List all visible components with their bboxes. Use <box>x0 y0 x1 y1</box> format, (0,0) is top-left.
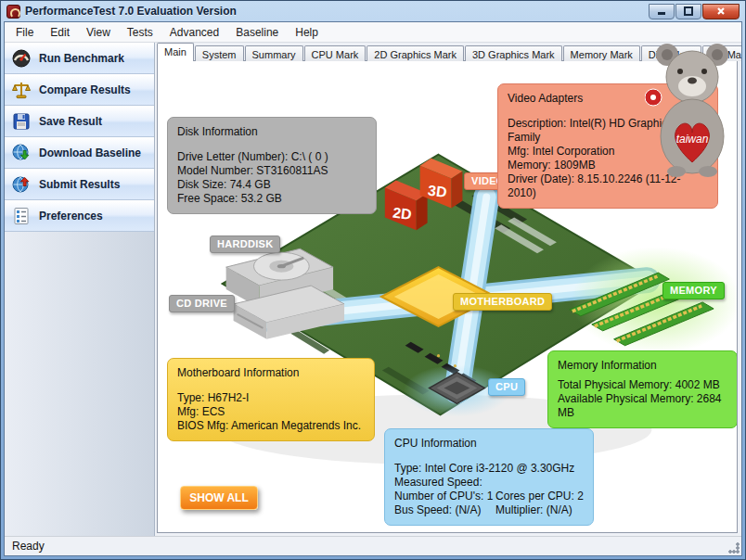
maximize-icon <box>684 6 693 16</box>
menu-file[interactable]: File <box>7 23 42 42</box>
menu-baseline[interactable]: Baseline <box>227 23 287 42</box>
close-button[interactable] <box>702 4 740 19</box>
sidebar-item-submit-results[interactable]: Submit Results <box>5 169 154 200</box>
tab-main[interactable]: Main <box>157 43 194 61</box>
scales-icon <box>11 80 32 100</box>
callout-title: Motherboard Information <box>177 366 365 380</box>
motherboard-info-callout: Motherboard Information Type: H67H2-I Mf… <box>167 358 375 441</box>
checklist-icon <box>11 206 32 226</box>
disk-info-callout: Disk Information Drive Letter (Number): … <box>167 117 377 214</box>
callout-line: Multiplier: (N/A) <box>495 503 584 517</box>
callout-line: Number of CPU's: 1 <box>394 490 495 503</box>
sidebar-label: Submit Results <box>39 178 120 191</box>
sidebar-item-download-baseline[interactable]: Download Baseline <box>5 137 154 169</box>
close-icon <box>716 6 726 16</box>
mascot-text: taiwan <box>676 133 709 146</box>
callout-line: Measured Speed: <box>394 476 584 490</box>
app-window: PerformanceTest 7.0 Evaluation Version F… <box>0 0 746 560</box>
menu-advanced[interactable]: Advanced <box>161 23 227 42</box>
callout-title: Memory Information <box>558 359 727 373</box>
show-all-button[interactable]: SHOW ALL <box>180 486 258 510</box>
globe-upload-icon <box>11 174 32 195</box>
menu-help[interactable]: Help <box>287 23 327 42</box>
sidebar-item-run-benchmark[interactable]: Run Benchmark <box>5 43 154 74</box>
cpu-info-callout: CPU Information Type: Intel Core i3-2120… <box>384 428 594 526</box>
minimize-icon <box>657 6 666 16</box>
callout-line: Disk Size: 74.4 GB <box>177 178 367 192</box>
cpu-label[interactable]: CPU <box>488 378 525 396</box>
callout-title: Disk Information <box>177 125 367 139</box>
menubar: File Edit View Tests Advanced Baseline H… <box>5 22 741 43</box>
menu-view[interactable]: View <box>78 23 119 42</box>
motherboard-label[interactable]: MOTHERBOARD <box>453 293 552 311</box>
menu-tests[interactable]: Tests <box>119 23 161 42</box>
harddisk-label[interactable]: HARDDISK <box>210 235 280 253</box>
svg-text:3D: 3D <box>427 183 447 200</box>
callout-line: Type: Intel Core i3-2120 @ 3.30GHz <box>394 462 584 476</box>
sidebar-item-preferences[interactable]: Preferences <box>5 200 154 232</box>
callout-line: BIOS Mfg: American Megatrends Inc. <box>177 419 365 433</box>
tab-cpu-mark[interactable]: CPU Mark <box>304 45 367 61</box>
tab-memory-mark[interactable]: Memory Mark <box>563 45 640 61</box>
window-title: PerformanceTest 7.0 Evaluation Version <box>25 5 644 18</box>
callout-line: Available Physical Memory: 2684 MB <box>558 392 727 420</box>
globe-download-icon <box>11 143 32 163</box>
callout-line: Total Physical Memory: 4002 MB <box>558 378 727 392</box>
sidebar-item-save-result[interactable]: Save Result <box>5 106 154 137</box>
floppy-save-icon <box>11 111 32 132</box>
sidebar-label: Run Benchmark <box>39 52 124 65</box>
status-text: Ready <box>12 540 45 553</box>
titlebar: PerformanceTest 7.0 Evaluation Version <box>4 1 742 21</box>
menu-edit[interactable]: Edit <box>42 23 78 42</box>
callout-line: Model Number: ST3160811AS <box>177 164 367 178</box>
sidebar-label: Save Result <box>39 115 102 128</box>
callout-line: Mfg: ECS <box>177 405 365 419</box>
callout-title: CPU Information <box>394 437 584 451</box>
statusbar: Ready <box>5 536 741 555</box>
sidebar-label: Download Baseline <box>39 146 141 159</box>
memory-label[interactable]: MEMORY <box>662 282 725 299</box>
mascot-image: taiwan <box>645 40 738 179</box>
tab-summary[interactable]: Summary <box>245 45 303 61</box>
callout-line: Free Space: 53.2 GB <box>177 192 367 206</box>
app-icon[interactable] <box>6 5 20 19</box>
resize-grip[interactable] <box>728 542 740 554</box>
sidebar-label: Preferences <box>39 210 103 223</box>
tab-3d-graphics-mark[interactable]: 3D Graphics Mark <box>465 45 562 61</box>
sidebar-label: Compare Results <box>39 83 131 96</box>
callout-line: Bus Speed: (N/A) <box>394 503 495 517</box>
callout-line: Type: H67H2-I <box>177 391 365 405</box>
maximize-button[interactable] <box>675 4 701 19</box>
speedometer-icon <box>11 48 32 69</box>
callout-line: Cores per CPU: 2 <box>495 490 584 503</box>
sidebar: Run Benchmark Compare Results <box>5 43 155 536</box>
callout-line: Drive Letter (Number): C:\ ( 0 ) <box>177 150 367 164</box>
tab-system[interactable]: System <box>195 45 244 61</box>
memory-info-callout: Memory Information Total Physical Memory… <box>547 350 738 428</box>
minimize-button[interactable] <box>649 4 675 19</box>
sidebar-item-compare-results[interactable]: Compare Results <box>5 74 154 106</box>
svg-text:2D: 2D <box>392 205 412 223</box>
tab-2d-graphics-mark[interactable]: 2D Graphics Mark <box>367 45 464 61</box>
cd-drive-label[interactable]: CD DRIVE <box>169 295 235 312</box>
